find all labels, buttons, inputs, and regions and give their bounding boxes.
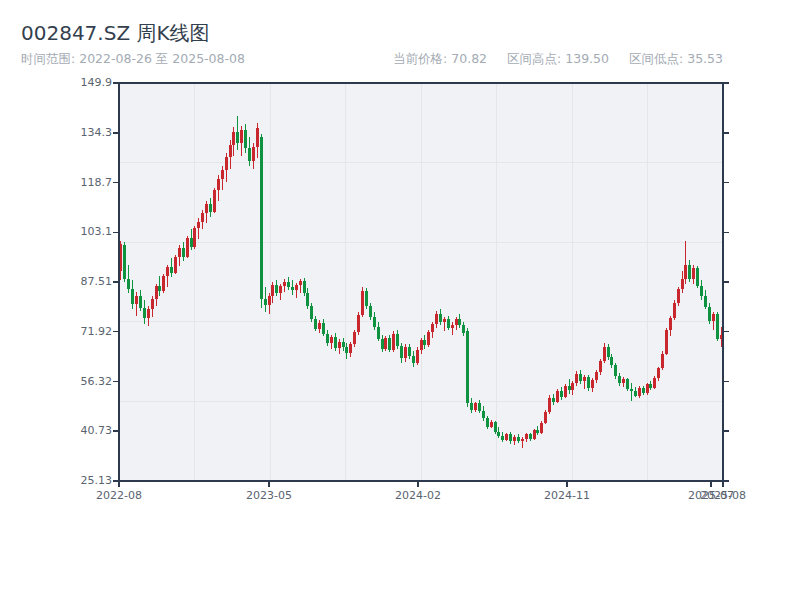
kline-page: 002847.SZ 周K线图 时间范围: 2022-08-26 至 2025-0…	[0, 0, 800, 600]
plot-area	[0, 0, 800, 600]
